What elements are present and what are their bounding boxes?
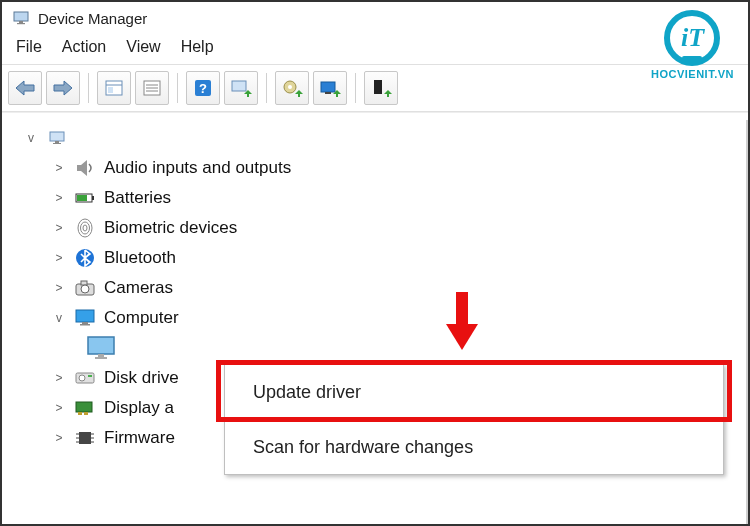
tree-item-biometric[interactable]: > Biometric devices <box>52 213 744 243</box>
help-button[interactable]: ? <box>186 71 220 105</box>
svg-rect-5 <box>108 87 113 93</box>
monitor-icon <box>72 306 98 330</box>
svg-rect-26 <box>92 196 94 200</box>
speaker-icon <box>72 156 98 180</box>
camera-icon <box>72 276 98 300</box>
svg-point-42 <box>79 375 85 381</box>
tree-item-label: Display a <box>104 398 174 418</box>
update-driver-button[interactable] <box>275 71 309 105</box>
chevron-down-icon[interactable]: v <box>52 311 66 325</box>
monitor-selected-icon <box>84 336 118 360</box>
tree-item-label: Batteries <box>104 188 171 208</box>
window-title: Device Manager <box>38 10 147 27</box>
tree-item-batteries[interactable]: > Batteries <box>52 183 744 213</box>
chevron-right-icon[interactable]: > <box>52 251 66 265</box>
svg-rect-39 <box>98 354 104 357</box>
tree-item-label: Cameras <box>104 278 173 298</box>
svg-rect-35 <box>76 310 94 322</box>
scan-button[interactable] <box>224 71 258 105</box>
svg-text:?: ? <box>199 81 207 96</box>
tree-item-label: Biometric devices <box>104 218 237 238</box>
svg-rect-1 <box>19 21 23 23</box>
svg-rect-13 <box>247 93 249 97</box>
svg-rect-45 <box>78 412 82 415</box>
svg-rect-20 <box>374 80 382 94</box>
tree-item-label: Firmware <box>104 428 175 448</box>
svg-rect-36 <box>82 322 88 324</box>
svg-rect-38 <box>88 337 114 354</box>
svg-point-34 <box>81 285 89 293</box>
uninstall-button[interactable] <box>313 71 347 105</box>
add-legacy-button[interactable] <box>364 71 398 105</box>
chevron-right-icon[interactable]: > <box>52 371 66 385</box>
show-hidden-button[interactable] <box>97 71 131 105</box>
menu-help[interactable]: Help <box>181 38 214 56</box>
tree-item-computer[interactable]: v Computer <box>52 303 744 333</box>
tree-item-cameras[interactable]: > Cameras <box>52 273 744 303</box>
svg-rect-27 <box>77 195 87 201</box>
chevron-right-icon[interactable]: > <box>52 401 66 415</box>
context-item-scan-hardware[interactable]: Scan for hardware changes <box>225 420 723 474</box>
properties-button[interactable] <box>135 71 169 105</box>
svg-rect-44 <box>76 402 92 412</box>
disk-icon <box>72 366 98 390</box>
svg-rect-16 <box>298 93 300 97</box>
toolbar-separator <box>88 73 89 103</box>
svg-point-15 <box>288 85 292 89</box>
svg-rect-21 <box>387 93 389 97</box>
svg-rect-12 <box>232 81 246 91</box>
menu-file[interactable]: File <box>16 38 42 56</box>
tree-item-label: Computer <box>104 308 179 328</box>
computer-root-icon <box>44 126 70 150</box>
toolbar-separator <box>177 73 178 103</box>
tree-root[interactable]: v <box>24 123 744 153</box>
svg-rect-23 <box>55 141 59 143</box>
forward-button[interactable] <box>46 71 80 105</box>
toolbar: ? <box>2 64 748 112</box>
svg-rect-22 <box>50 132 64 141</box>
svg-rect-18 <box>325 92 331 94</box>
context-item-label: Scan for hardware changes <box>253 437 473 458</box>
svg-rect-24 <box>53 143 61 144</box>
device-manager-icon <box>12 9 30 27</box>
svg-rect-43 <box>88 375 92 377</box>
svg-rect-47 <box>79 432 91 444</box>
title-bar: Device Manager <box>2 2 748 34</box>
tree-item-computer-child[interactable] <box>84 333 744 363</box>
chevron-down-icon[interactable]: v <box>24 131 38 145</box>
menubar: File Action View Help <box>2 34 748 64</box>
chevron-right-icon[interactable]: > <box>52 221 66 235</box>
svg-point-30 <box>83 225 87 231</box>
tree-item-bluetooth[interactable]: > Bluetooth <box>52 243 744 273</box>
svg-rect-33 <box>81 281 87 285</box>
toolbar-separator <box>355 73 356 103</box>
context-menu: Update driver Scan for hardware changes <box>224 364 724 475</box>
firmware-icon <box>72 426 98 450</box>
svg-rect-40 <box>95 357 107 359</box>
display-adapter-icon <box>72 396 98 420</box>
fingerprint-icon <box>72 216 98 240</box>
svg-rect-2 <box>17 23 25 24</box>
svg-rect-0 <box>14 12 28 21</box>
battery-icon <box>72 186 98 210</box>
menu-action[interactable]: Action <box>62 38 106 56</box>
tree-item-label: Bluetooth <box>104 248 176 268</box>
back-button[interactable] <box>8 71 42 105</box>
svg-rect-19 <box>336 93 338 97</box>
svg-rect-37 <box>80 324 90 326</box>
svg-rect-17 <box>321 82 335 92</box>
tree-item-audio[interactable]: > Audio inputs and outputs <box>52 153 744 183</box>
chevron-right-icon[interactable]: > <box>52 191 66 205</box>
context-item-update-driver[interactable]: Update driver <box>225 365 723 419</box>
chevron-right-icon[interactable]: > <box>52 431 66 445</box>
tree-item-label: Audio inputs and outputs <box>104 158 291 178</box>
tree-item-label: Disk drive <box>104 368 179 388</box>
chevron-right-icon[interactable]: > <box>52 161 66 175</box>
menu-view[interactable]: View <box>126 38 160 56</box>
svg-rect-46 <box>84 412 88 415</box>
scrollbar-track <box>746 120 748 524</box>
bluetooth-icon <box>72 246 98 270</box>
toolbar-separator <box>266 73 267 103</box>
chevron-right-icon[interactable]: > <box>52 281 66 295</box>
context-item-label: Update driver <box>253 382 361 403</box>
